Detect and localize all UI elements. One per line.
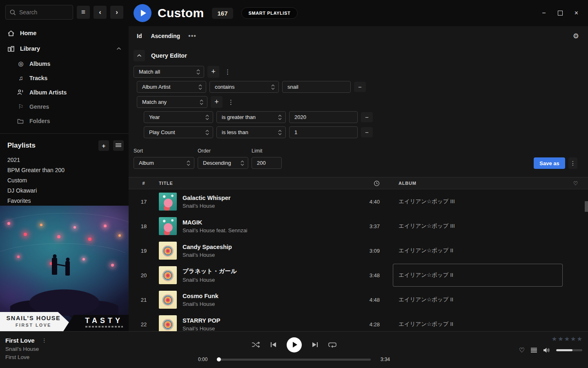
rule-operator-select[interactable]: is less than [216,126,286,138]
star-icon[interactable]: ★ [552,335,557,343]
track-artist: Snail’s House [183,325,220,332]
playlist-item[interactable]: 2021 [0,155,129,165]
table-row[interactable]: 20 プラネット・ガール Snail’s House 3:48 エイリアン☆ポッ… [129,263,588,287]
seek-handle[interactable] [217,357,221,361]
previous-track-icon[interactable] [270,342,276,348]
volume-icon[interactable] [543,347,550,353]
now-playing-options-icon[interactable]: ⋮ [40,337,49,343]
sidebar-item-album-artists[interactable]: Album Artists [0,85,129,99]
queue-icon[interactable] [531,348,537,353]
playlist-item[interactable]: DJ Okawari [0,185,129,195]
shuffle-icon[interactable] [252,341,260,348]
track-title: Galactic Whisper [183,195,231,201]
forward-button[interactable]: › [110,6,123,19]
column-header-duration[interactable] [341,180,380,186]
sidebar-item-genres[interactable]: ⚐ Genres [0,99,129,114]
repeat-icon[interactable] [328,341,336,348]
search-box[interactable] [5,5,73,20]
add-rule-button[interactable]: + [207,66,219,78]
track-album-focused-cell[interactable]: エイリアン☆ポップ II [393,264,563,287]
collapse-query-editor-button[interactable] [134,50,145,61]
rule-field-select[interactable]: Play Count [144,126,213,138]
track-artist: Snail’s House [183,277,237,283]
limit-input[interactable] [252,157,282,169]
close-button[interactable]: × [575,9,578,17]
minimize-button[interactable]: − [542,9,546,17]
track-number: 18 [129,223,159,229]
seek-slider[interactable] [217,359,371,361]
remove-rule-button[interactable]: − [361,127,373,137]
star-icon[interactable]: ★ [570,335,576,343]
sort-direction-button[interactable]: Ascending [151,33,180,39]
sidebar-item-folders[interactable]: Folders [0,114,129,128]
playlist-item[interactable]: Favorites [0,195,129,206]
search-icon [10,9,16,16]
add-playlist-button[interactable]: + [98,140,109,151]
star-icon[interactable]: ★ [577,335,582,343]
playlist-item[interactable]: Custom [0,175,129,185]
table-row[interactable]: 19 Candy Spaceship Snail’s House 3:09 エイ… [129,238,588,263]
sidebar: ≡ ‹ › Home Library ◎ Albums [0,0,129,331]
save-as-button[interactable]: Save as [534,157,565,169]
sidebar-item-label: Genres [29,103,49,110]
album-art-label-banner: TASTY [63,315,129,331]
sort-field-button[interactable]: Id [137,33,142,39]
remove-rule-button[interactable]: − [354,82,366,92]
back-button[interactable]: ‹ [94,6,107,19]
search-input[interactable] [19,9,69,16]
order-select[interactable]: Descending [198,157,248,169]
maximize-button[interactable] [558,11,563,16]
column-header-favorite[interactable]: ♡ [564,180,588,186]
folder-icon [17,118,24,124]
gear-icon[interactable]: ⚙ [573,32,579,40]
star-icon[interactable]: ★ [564,335,570,343]
table-row[interactable]: 18 MAGIK Snail’s House feat. Sennzai 3:3… [129,214,588,238]
sort-select[interactable]: Album [134,157,194,169]
sidebar-nav: Home Library ◎ Albums ♫ Tracks [0,25,129,128]
table-row[interactable]: 21 Cosmo Funk Snail’s House 4:48 エイリアン☆ポ… [129,287,588,312]
rule-value-input[interactable] [289,111,358,123]
play-playlist-button[interactable] [134,4,151,22]
now-playing-album-art[interactable]: SNAIL’S HOUSE FIRST LOVE TASTY [0,206,129,331]
more-options-icon[interactable]: ••• [188,32,196,40]
rating-stars[interactable]: ★ ★ ★ ★ ★ [552,335,582,343]
rule-value-input[interactable] [282,81,351,93]
chevron-up-icon[interactable] [116,47,121,50]
group-options-icon[interactable]: ⋮ [223,68,233,76]
now-playing-album[interactable]: First Love [5,354,129,360]
sidebar-item-library[interactable]: Library [0,41,129,56]
now-playing-artist[interactable]: Snail’s House [5,346,129,352]
rule-operator-select[interactable]: contains [209,81,279,93]
track-count-badge: 167 [212,8,233,19]
column-header-title[interactable]: TITLE [159,181,341,186]
column-header-number[interactable]: # [129,181,159,186]
rule-operator-select[interactable]: is greater than [216,111,286,123]
rule-value-input[interactable] [289,126,358,138]
add-rule-button[interactable]: + [211,96,223,108]
menu-button[interactable]: ≡ [77,6,90,19]
rule-field-select[interactable]: Album Artist [137,81,206,93]
remove-rule-button[interactable]: − [361,112,373,122]
group-options-icon[interactable]: ⋮ [226,99,236,106]
play-button[interactable] [287,337,302,352]
flag-icon: ⚐ [17,103,24,110]
rule-field-select[interactable]: Year [144,111,213,123]
table-row[interactable]: 22 STARRY POP Snail’s House 4:28 エイリアン☆ポ… [129,312,588,331]
sidebar-item-home[interactable]: Home [0,25,129,41]
volume-slider[interactable] [556,349,582,351]
favorite-heart-icon[interactable]: ♡ [519,346,525,354]
sidebar-item-albums[interactable]: ◎ Albums [0,56,129,71]
match-select[interactable]: Match all [134,66,204,78]
now-playing-title[interactable]: First Love [5,337,35,344]
save-options-button[interactable]: ⋮ [568,157,577,169]
table-row[interactable]: 17 Galactic Whisper Snail’s House 4:40 エ… [129,189,588,214]
column-header-album[interactable]: ALBUM [392,181,564,186]
match-select[interactable]: Match any [137,96,207,108]
playlist-item[interactable]: BPM Greater than 200 [0,165,129,175]
track-artist: Snail’s House [183,203,231,209]
next-track-icon[interactable] [312,342,318,348]
playlist-list-button[interactable] [113,140,124,151]
star-icon[interactable]: ★ [558,335,563,343]
sidebar-item-tracks[interactable]: ♫ Tracks [0,71,129,85]
scrollbar-thumb[interactable] [585,201,588,212]
